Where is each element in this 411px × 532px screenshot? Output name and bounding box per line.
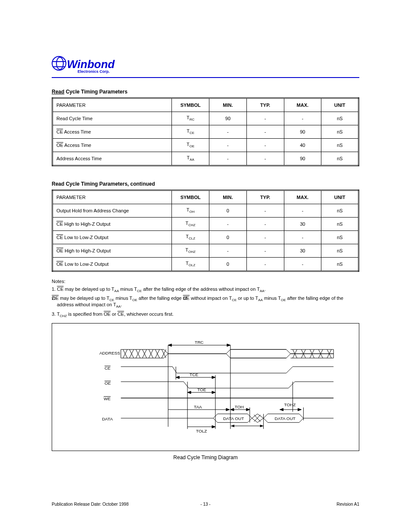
svg-marker-37 <box>246 408 250 411</box>
cell-unit: nS <box>321 125 359 139</box>
th-parameter: PARAMETER <box>53 190 172 204</box>
table-row: OE Access TimeTOE--40nS <box>53 139 359 152</box>
cell-unit: nS <box>321 152 359 166</box>
th-typ: TYP. <box>246 190 284 204</box>
table1-head-row: PARAMETER SYMBOL MIN. TYP. MAX. UNIT <box>53 98 359 112</box>
cell-typ: - <box>246 152 284 166</box>
cell-typ: - <box>246 258 284 271</box>
label-toe: TOE <box>197 387 206 392</box>
cell-min: 90 <box>209 112 247 125</box>
cell-min: - <box>209 152 247 166</box>
cell-min: 0 <box>209 258 247 271</box>
svg-marker-39 <box>280 408 283 411</box>
cell-max: - <box>284 112 321 125</box>
th-typ: TYP. <box>246 98 284 112</box>
svg-marker-29 <box>212 376 215 379</box>
cell-param: CE High to High-Z Output <box>53 218 172 231</box>
cell-unit: nS <box>321 112 359 125</box>
cell-typ: - <box>246 125 284 139</box>
table-read-cycle-2: PARAMETER SYMBOL MIN. TYP. MAX. UNIT Out… <box>52 190 359 272</box>
header-rule <box>52 77 359 78</box>
logo-subtext: Electronics Corp. <box>78 69 359 74</box>
svg-marker-32 <box>212 391 215 394</box>
th-symbol: SYMBOL <box>172 190 209 204</box>
svg-marker-49 <box>260 425 264 427</box>
dim-tohz <box>280 408 302 411</box>
cell-max: 30 <box>284 244 321 258</box>
cell-typ: - <box>246 139 284 152</box>
label-we: WE <box>104 396 111 401</box>
cell-min: - <box>209 125 247 139</box>
table2-head-row: PARAMETER SYMBOL MIN. TYP. MAX. UNIT <box>53 190 359 204</box>
table2-title: Read Cycle Timing Parameters, continued <box>52 181 359 187</box>
cell-symbol: TAA <box>172 152 209 166</box>
th-parameter: PARAMETER <box>53 98 172 112</box>
cell-max: - <box>284 204 321 218</box>
cell-max: - <box>284 231 321 244</box>
cell-symbol: TCLZ <box>172 231 209 244</box>
table-row: Read Cycle TimeTRC90--nS <box>53 112 359 125</box>
address-waveform <box>121 349 334 358</box>
label-data: DATA <box>102 417 113 421</box>
timing-diagram: ADDRESS <box>52 323 359 451</box>
cell-symbol: TOH <box>172 204 209 218</box>
table-row: CE High to High-Z OutputTCHZ--30nS <box>53 218 359 231</box>
cell-unit: nS <box>321 258 359 271</box>
logo-text: Winbond <box>67 58 115 71</box>
label-trc: TRC <box>195 340 204 345</box>
table-row: Address Access TimeTAA--90nS <box>53 152 359 166</box>
svg-marker-25 <box>168 344 171 346</box>
cell-typ: - <box>246 244 284 258</box>
oe-waveform <box>121 382 334 388</box>
th-min: MIN. <box>209 190 247 204</box>
svg-marker-28 <box>176 376 179 379</box>
cell-symbol: TRC <box>172 112 209 125</box>
cell-symbol: TOHZ <box>172 244 209 258</box>
cell-max: 30 <box>284 218 321 231</box>
label-toh: TOH <box>235 404 244 409</box>
cell-max: 40 <box>284 139 321 152</box>
th-max: MAX. <box>284 190 321 204</box>
ce-waveform <box>121 367 334 373</box>
table-row: OE High to High-Z OutputTOHZ--30nS <box>53 244 359 258</box>
footer-right: Revision A1 <box>336 502 359 507</box>
note-3: 3. TCHZ is specified from OE or CE, whic… <box>52 311 359 318</box>
table1-title: Read Cycle Timing Parameters <box>52 89 359 95</box>
th-symbol: SYMBOL <box>172 98 209 112</box>
cell-max: 90 <box>284 125 321 139</box>
cell-param: OE Low to Low-Z Output <box>53 258 172 271</box>
table-row: CE Access TimeTCE--90nS <box>53 125 359 139</box>
th-max: MAX. <box>284 98 321 112</box>
cell-unit: nS <box>321 204 359 218</box>
part-number: W29C020C <box>310 59 359 70</box>
cell-param: Output Hold from Address Change <box>53 204 172 218</box>
label-address: ADDRESS <box>100 351 121 355</box>
cell-symbol: TOLZ <box>172 258 209 271</box>
table-row: CE Low to Low-Z OutputTCLZ0--nS <box>53 231 359 244</box>
svg-marker-34 <box>226 408 230 411</box>
th-unit: UNIT <box>321 98 359 112</box>
th-min: MIN. <box>209 98 247 112</box>
th-unit: UNIT <box>321 190 359 204</box>
svg-marker-26 <box>227 344 230 346</box>
cell-typ: - <box>246 204 284 218</box>
svg-marker-48 <box>231 425 234 427</box>
cell-max: - <box>284 258 321 271</box>
notes-header: Notes: <box>52 279 359 284</box>
cell-min: 0 <box>209 231 247 244</box>
svg-marker-36 <box>230 408 234 411</box>
cell-param: Read Cycle Time <box>53 112 172 125</box>
cell-typ: - <box>246 231 284 244</box>
svg-marker-31 <box>187 391 191 394</box>
cell-param: CE Low to Low-Z Output <box>53 231 172 244</box>
cell-unit: nS <box>321 244 359 258</box>
cell-param: OE High to High-Z Output <box>53 244 172 258</box>
svg-marker-46 <box>212 425 215 428</box>
cell-symbol: TCE <box>172 125 209 139</box>
cell-param: OE Access Time <box>53 139 172 152</box>
cell-symbol: TOE <box>172 139 209 152</box>
cell-typ: - <box>246 218 284 231</box>
table-row: OE Low to Low-Z OutputTOLZ0--nS <box>53 258 359 271</box>
cell-unit: nS <box>321 218 359 231</box>
label-tohz: TOHZ <box>284 402 296 407</box>
